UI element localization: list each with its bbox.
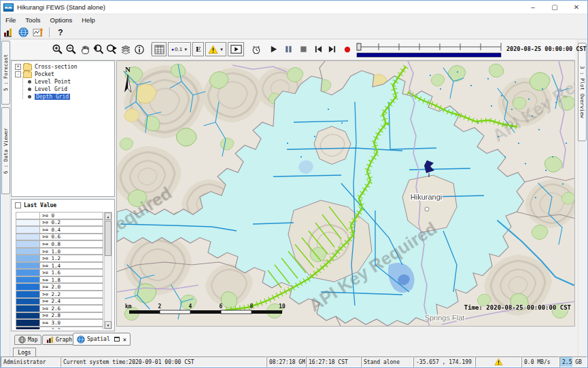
map-display-icon[interactable] [16,26,31,39]
grid-display-button[interactable] [152,42,167,56]
menu-file[interactable]: File [1,14,20,26]
legend-row[interactable]: >= 1.8 [16,276,103,284]
collapse-icon[interactable]: - [15,71,21,77]
database-status-icon[interactable] [1,26,16,39]
tree-node-pocket[interactable]: - Pocket [15,71,54,78]
map-canvas[interactable]: API Key Required API Key Required API Ke… [116,60,575,327]
node-bullet-icon [28,88,31,91]
tree-node-label-selected: Depth Grid [35,94,70,100]
legend-value: >= 1.4 [40,262,103,270]
tab-graph[interactable]: Graph [42,335,76,345]
status-local-time: 16:27:18 CST [306,356,361,367]
legend-row[interactable]: >= 1.0 [16,248,103,255]
legend-row[interactable]: >= 1.4 [16,262,103,270]
legend-value: >= 3.0 [40,319,103,327]
record-icon[interactable] [341,43,353,56]
animation-player-button[interactable] [228,42,244,56]
place-label: Springs Flat [425,314,465,322]
legend-value: >= 0.2 [40,219,103,227]
legend-row[interactable]: >= 0.4 [16,226,103,234]
legend-row[interactable]: >= 2.8 [16,312,103,320]
legend-row[interactable]: >= 0.6 [16,234,103,241]
legend-color-swatch [16,212,40,219]
close-button[interactable]: ✕ [566,1,587,14]
legend-row[interactable]: >= 1.2 [16,255,103,262]
animation-clock-icon[interactable] [249,43,262,56]
title-bar[interactable]: Hikurangi FEWS (Stand alone) – ▢ ✕ [1,1,587,14]
legend-row[interactable]: >= 1.6 [16,269,103,276]
scroll-up-icon[interactable]: ▲ [105,213,111,220]
tab-forecast[interactable]: 5 : Forecast [1,41,10,105]
expand-icon[interactable]: + [15,64,21,70]
help-icon[interactable]: ? [53,26,68,39]
folder-icon [23,71,32,78]
legend-color-swatch [16,276,40,284]
zoom-next-icon[interactable] [105,43,118,56]
stop-icon[interactable] [297,43,310,56]
zoom-out-icon[interactable] [65,43,77,56]
pause-icon[interactable] [282,43,295,56]
data-availability-bar [357,53,501,57]
folder-icon [23,64,32,71]
tree-node-label: Pocket [35,71,54,77]
legend-row[interactable]: >= 2.4 [16,298,103,306]
legend-row[interactable]: >= 2.0 [16,283,103,291]
right-tab-strip: 3 : Plot Overview [578,39,587,356]
legend-row[interactable]: >= 0 [16,212,103,219]
pan-hand-icon[interactable] [78,43,91,56]
tree-node-depth-grid[interactable]: Depth Grid [28,93,70,100]
close-tab-icon[interactable]: ✕ [123,336,126,343]
legend-row[interactable]: >= 0.2 [16,219,103,227]
last-value-checkbox[interactable] [15,202,21,208]
legend-color-swatch [16,283,40,291]
tab-spatial-active[interactable]: Spatial ✕ [73,333,131,346]
legend-value: >= 0.4 [40,226,103,234]
menu-help[interactable]: Help [77,14,100,26]
layers-icon[interactable] [119,43,132,56]
zoom-previous-icon[interactable] [92,43,105,56]
bar-chart-icon [46,336,54,344]
application-window: Hikurangi FEWS (Stand alone) – ▢ ✕ File … [0,0,588,368]
legend-row[interactable]: >= 0.8 [16,240,103,248]
legend-value: >= 2.2 [40,291,103,298]
zoom-in-icon[interactable] [51,43,64,56]
legend-scrollbar[interactable]: ▲ ▼ [104,212,112,329]
legend-value: >= 1.0 [40,248,103,255]
legend-panel: Last Value >= 0 >= 0.2 >= 0.4 >= 0.6 >= … [11,199,115,331]
scalebar-button[interactable]: E [192,42,204,56]
maximize-button[interactable]: ▢ [544,1,566,14]
skip-to-start-icon[interactable] [312,43,325,56]
info-icon[interactable] [133,43,145,56]
legend-row[interactable]: >= 2.6 [16,305,103,312]
legend-value: >= 2.8 [40,312,103,320]
tab-plot-overview[interactable]: 3 : Plot Overview [578,43,587,141]
legend-value: >= 1.8 [40,276,103,284]
warnings-dropdown-button[interactable]: ▼ [205,42,226,56]
skip-to-end-icon[interactable] [326,43,339,56]
map-time-label: Time: 2020-08-25 00:00:00 CST [464,304,572,311]
menu-options[interactable]: Options [46,14,77,26]
legend-row[interactable]: >= 3.0 [16,319,103,327]
legend-row[interactable]: >= 3.2 [16,327,103,329]
town-label: Hikurangi [411,193,442,201]
warning-icon [494,358,503,366]
minimize-button[interactable]: – [522,1,544,14]
timeseries-chart-icon[interactable] [31,26,46,39]
tree-node-cross-section[interactable]: + Cross-section [15,63,77,71]
legend-row[interactable]: >= 2.2 [16,291,103,298]
globe-icon [77,335,85,344]
status-user: Administrator [1,356,60,367]
tab-data-viewer[interactable]: 6 : Data Viewer [1,107,10,194]
undock-icon[interactable] [114,337,120,342]
tab-map[interactable]: Map [14,335,41,345]
scroll-down-icon[interactable]: ▼ [105,321,111,329]
play-icon[interactable] [267,43,280,56]
tree-node-level-grid[interactable]: Level Grid [28,86,67,93]
status-warning-cell[interactable] [475,356,521,367]
tree-node-level-point[interactable]: Level Point [28,78,71,86]
scrollbar-thumb[interactable] [105,221,111,256]
time-slider[interactable] [356,41,504,62]
menu-tools[interactable]: Tools [20,14,45,26]
contour-interval-dropdown[interactable]: ● 0.1 ▼ [168,42,191,56]
topology-tree-panel: + Cross-section - Pocket Level Point Lev… [11,60,115,197]
